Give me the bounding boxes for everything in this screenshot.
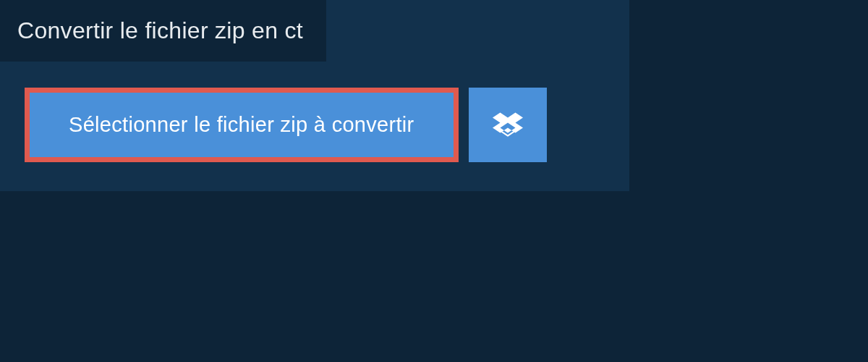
dropbox-icon xyxy=(493,110,523,140)
page-title: Convertir le fichier zip en ct xyxy=(0,0,326,62)
select-button-highlight: Sélectionner le fichier zip à convertir xyxy=(25,88,459,162)
select-file-button[interactable]: Sélectionner le fichier zip à convertir xyxy=(30,93,454,157)
upload-section: Sélectionner le fichier zip à convertir xyxy=(0,62,629,191)
converter-panel: Convertir le fichier zip en ct Sélection… xyxy=(0,0,629,191)
dropbox-button[interactable] xyxy=(469,88,547,162)
